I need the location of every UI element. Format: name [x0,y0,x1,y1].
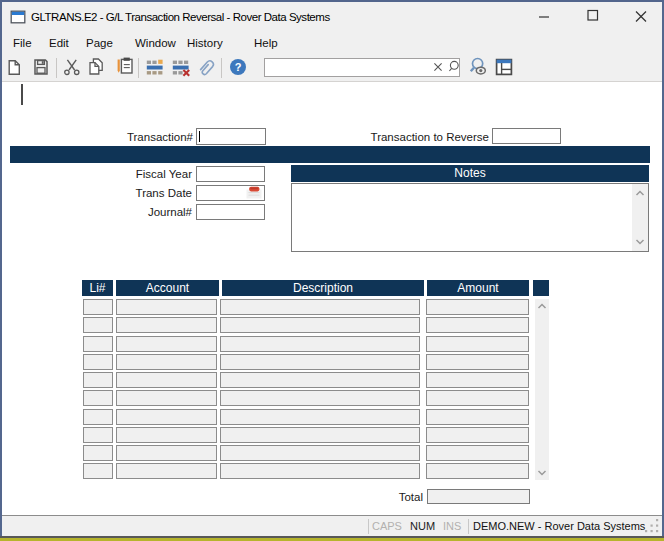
svg-text:?: ? [235,61,242,73]
